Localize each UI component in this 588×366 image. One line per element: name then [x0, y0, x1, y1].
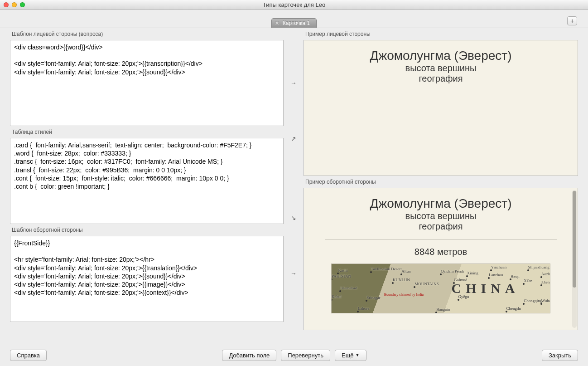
- preview-back: Джомолунгма (Эверест) высота вершины гео…: [304, 188, 578, 330]
- titlebar: Типы карточек для Leo: [0, 0, 588, 10]
- preview-front-word: Джомолунгма (Эверест): [313, 49, 569, 63]
- map-city-dot: [435, 312, 437, 313]
- map-city-label: Qaidam Pendi: [441, 269, 464, 273]
- map-city-label: Shijiazhuang: [528, 265, 549, 269]
- map-city-label: PAKISTAN: [332, 274, 351, 278]
- map-city-label: Islamabad: [340, 286, 357, 290]
- map-city-label: Zhengzhou: [541, 280, 550, 284]
- preview-back-line2: высота вершины: [313, 211, 569, 221]
- map-city-dot: [339, 290, 341, 292]
- work-area: Шаблон лицевой стороны (вопроса) Таблица…: [0, 28, 588, 344]
- minimize-window-icon[interactable]: [12, 2, 17, 7]
- map-city-dot: [331, 278, 333, 280]
- preview-column: Пример лицевой стороны Джомолунгма (Эвер…: [304, 31, 578, 344]
- flip-button[interactable]: Перевернуть: [281, 350, 330, 361]
- label-back-template: Шаблон оборотной стороны: [10, 227, 284, 233]
- map-city-label: MOUNTAINS: [414, 282, 439, 286]
- map-city-label: Bangoin: [436, 307, 450, 312]
- map-city-label: Gyêgu: [458, 294, 469, 299]
- map-city-label: Kashi: [338, 268, 347, 273]
- arrow-right-icon: →: [289, 270, 298, 277]
- map-boundary-note: Boundary claimed by India: [384, 293, 424, 297]
- styles-editor[interactable]: [10, 138, 284, 224]
- map-city-dot: [527, 269, 529, 271]
- map-city-dot: [506, 311, 507, 312]
- preview-back-word: Джомолунгма (Эверест): [313, 196, 569, 211]
- editor-column: Шаблон лицевой стороны (вопроса) Таблица…: [10, 31, 284, 344]
- arrow-downright-icon: ↘: [289, 214, 298, 221]
- window-controls: [4, 2, 25, 7]
- map-city-label: KUNLUN: [393, 278, 410, 282]
- map-city-dot: [523, 283, 525, 285]
- map-city-dot: [510, 278, 511, 280]
- arrow-right-icon: →: [289, 79, 298, 87]
- more-menu-button[interactable]: Ещё ▼: [335, 350, 366, 361]
- map-city-label: Aozhuang: [541, 272, 550, 276]
- map-city-label: Kabul: [332, 294, 342, 299]
- tab-label: Карточка 1: [283, 20, 310, 26]
- label-preview-back: Пример оборотной стороны: [304, 179, 578, 185]
- preview-map-image: CHINA Boundary claimed by India KashiPAK…: [331, 264, 550, 313]
- preview-back-scrollbar[interactable]: [572, 190, 577, 328]
- close-button[interactable]: Закрыть: [542, 350, 578, 361]
- map-city-label: Altun: [401, 269, 411, 273]
- map-city-label: Taklimakan Desert: [371, 267, 402, 271]
- map-city-dot: [440, 273, 442, 275]
- map-city-dot: [392, 282, 394, 284]
- preview-front-line3: география: [313, 73, 569, 84]
- tab-strip: ✕ Карточка 1 +: [0, 15, 588, 28]
- map-label-china: CHINA: [452, 281, 520, 296]
- label-styles: Таблица стилей: [10, 129, 284, 135]
- map-city-label: Srinagar: [366, 295, 381, 300]
- preview-front-line2: высота вершины: [313, 63, 569, 73]
- add-tab-button[interactable]: +: [567, 16, 577, 25]
- bottom-toolbar: Справка Добавить поле Перевернуть Ещё ▼ …: [0, 344, 588, 366]
- map-city-dot: [366, 300, 367, 302]
- label-front-template: Шаблон лицевой стороны (вопроса): [10, 31, 284, 37]
- map-city-dot: [331, 299, 333, 301]
- front-template-editor[interactable]: [10, 40, 284, 126]
- map-city-label: Xi'an: [524, 278, 532, 283]
- map-city-label: Chengdu: [506, 306, 521, 311]
- preview-back-line3: география: [313, 221, 569, 232]
- map-city-label: Lanzhou: [489, 273, 503, 277]
- map-city-dot: [488, 277, 490, 279]
- map-city-label: Golmud: [454, 278, 468, 282]
- zoom-window-icon[interactable]: [20, 2, 25, 7]
- map-city-label: Baoji: [511, 274, 520, 278]
- map-city-dot: [370, 271, 372, 273]
- map-city-label: Chongqing: [524, 298, 542, 303]
- more-label: Ещё: [342, 352, 354, 359]
- arrow-column: → ↗ ↘ →: [289, 31, 298, 344]
- close-tab-icon[interactable]: ✕: [275, 20, 280, 26]
- help-button[interactable]: Справка: [10, 350, 47, 361]
- map-city-label: Wuhan: [541, 298, 550, 303]
- map-city-dot: [400, 273, 402, 275]
- arrow-upright-icon: ↗: [289, 135, 298, 142]
- map-city-label: Lahore: [358, 306, 369, 311]
- window-title: Типы карточек для Leo: [0, 1, 588, 8]
- map-city-dot: [523, 303, 525, 305]
- add-field-button[interactable]: Добавить поле: [222, 350, 276, 361]
- tab-card-1[interactable]: ✕ Карточка 1: [271, 18, 317, 28]
- map-city-dot: [466, 275, 468, 277]
- map-city-dot: [540, 276, 542, 278]
- map-city-dot: [357, 311, 359, 312]
- map-city-dot: [540, 303, 542, 305]
- map-city-dot: [540, 284, 542, 286]
- map-city-label: Xining: [467, 271, 478, 275]
- close-window-icon[interactable]: [4, 2, 9, 7]
- label-preview-front: Пример лицевой стороны: [304, 31, 578, 37]
- chevron-down-icon: ▼: [356, 353, 360, 357]
- map-city-dot: [490, 269, 492, 271]
- plus-icon: +: [570, 17, 574, 24]
- back-template-editor[interactable]: [10, 236, 284, 322]
- preview-divider: [325, 239, 557, 239]
- preview-answer: 8848 метров: [313, 247, 569, 257]
- map-city-label: Yinchuan: [491, 265, 507, 269]
- scrollbar-thumb[interactable]: [573, 191, 576, 288]
- preview-front: Джомолунгма (Эверест) высота вершины гео…: [304, 40, 578, 176]
- map-city-dot: [458, 299, 459, 301]
- map-city-dot: [414, 286, 415, 288]
